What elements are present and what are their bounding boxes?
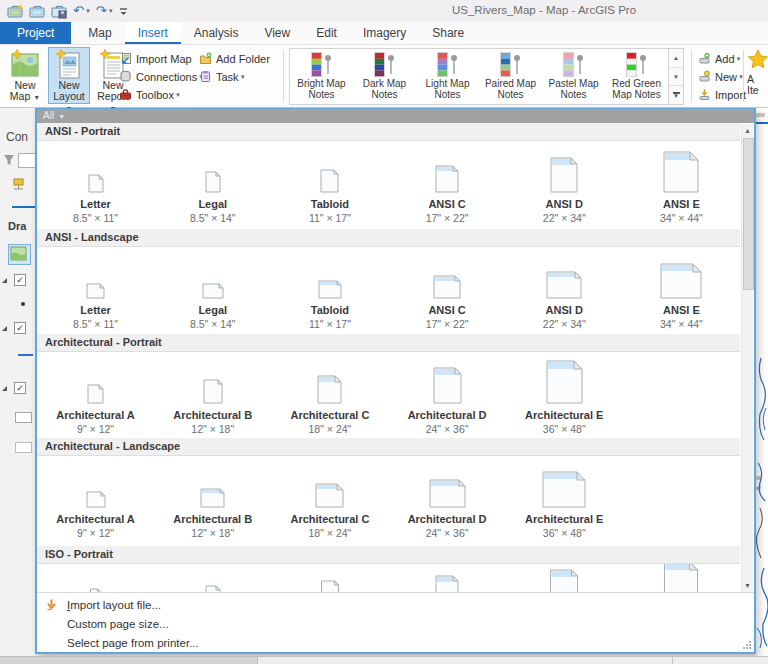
dropdown-scrollbar[interactable]: ▲ ▼ xyxy=(741,124,753,592)
dark-map-notes-icon xyxy=(373,51,397,78)
drawing-order-icon[interactable] xyxy=(12,178,26,192)
layout-template-architectural-portrait-architectural-a[interactable]: Architectural A9" × 12" xyxy=(37,356,154,438)
template-size: 36" × 48" xyxy=(543,527,586,540)
save-project-button[interactable] xyxy=(50,2,69,20)
import-button[interactable]: Import xyxy=(697,86,746,103)
menu-item-select-page-from-printer[interactable]: Select page from printer... xyxy=(37,633,754,652)
add-folder-button[interactable]: Add Folder xyxy=(198,50,270,67)
favorites-star-button[interactable]: AIte xyxy=(747,49,768,106)
gallery-filter-dropdown[interactable]: All▼ xyxy=(37,109,754,123)
template-size: 36" × 48" xyxy=(543,423,586,436)
section-header-ansi-landscape: ANSI - Landscape xyxy=(37,229,740,247)
tree-expander-icon[interactable] xyxy=(2,326,7,331)
new-button[interactable]: New▼ xyxy=(697,68,746,85)
new-map-button[interactable]: NewMap ▼ xyxy=(4,47,46,104)
scrollbar-down-arrow[interactable]: ▼ xyxy=(742,579,753,592)
contents-pane: Con Dra ✓ ✓ ✓ xyxy=(0,108,36,656)
gallery-scroll-up-button[interactable]: ▲ xyxy=(669,49,683,68)
page-icon xyxy=(433,356,462,404)
page-icon xyxy=(87,356,104,404)
red-green-map-notes-gallery-item[interactable]: Red Green Map Notes xyxy=(605,49,668,104)
layout-template-ansi-portrait-letter[interactable]: Letter8.5" × 11" xyxy=(37,145,154,229)
template-name: Tabloid xyxy=(311,304,349,317)
gallery-expand-button[interactable]: ▼ xyxy=(669,86,683,104)
layout-template-ansi-portrait-tabloid[interactable]: Tabloid11" × 17" xyxy=(271,145,388,229)
page-icon xyxy=(318,251,342,299)
quick-access-toolbar: ↶▼↷▼ xyxy=(6,2,129,20)
layer-checkbox[interactable]: ✓ xyxy=(14,322,26,334)
tab-imagery[interactable]: Imagery xyxy=(350,22,419,44)
layout-template-ansi-landscape-ansi-d[interactable]: ANSI D22" × 34" xyxy=(506,251,623,334)
tab-view[interactable]: View xyxy=(251,22,303,44)
bright-map-notes-gallery-item[interactable]: Bright Map Notes xyxy=(290,49,353,104)
layout-template-item[interactable] xyxy=(506,564,623,592)
layout-template-ansi-landscape-letter[interactable]: Letter8.5" × 11" xyxy=(37,251,154,334)
tab-insert[interactable]: Insert xyxy=(125,22,181,44)
tab-map[interactable]: Map xyxy=(75,22,124,44)
map-tree-item-selected[interactable] xyxy=(8,244,31,265)
add-button[interactable]: Add▼ xyxy=(697,50,746,67)
layout-template-architectural-landscape-architectural-b[interactable]: Architectural B12" × 18" xyxy=(154,460,271,546)
layout-template-architectural-portrait-architectural-c[interactable]: Architectural C18" × 24" xyxy=(271,356,388,438)
tab-project[interactable]: Project xyxy=(0,22,71,44)
point-symbol-swatch xyxy=(21,302,25,306)
pastel-map-notes-gallery-item[interactable]: Pastel Map Notes xyxy=(542,49,605,104)
map-view-sliver[interactable]: aw W sf xyxy=(756,108,768,656)
import-map-button[interactable]: Import Map xyxy=(118,50,204,67)
scrollbar-thumb[interactable] xyxy=(743,138,754,290)
undo-button[interactable]: ↶▼ xyxy=(72,2,92,20)
layout-template-architectural-landscape-architectural-e[interactable]: Architectural E36" × 48" xyxy=(506,460,623,546)
template-size: 18" × 24" xyxy=(309,527,352,540)
layout-template-architectural-portrait-architectural-e[interactable]: Architectural E36" × 48" xyxy=(506,356,623,438)
menu-item-custom-page-size[interactable]: Custom page size... xyxy=(37,614,754,633)
customize-quick-access-button[interactable] xyxy=(118,2,129,20)
layout-template-ansi-landscape-ansi-e[interactable]: ANSI E34" × 44" xyxy=(623,251,740,334)
tree-expander-icon[interactable] xyxy=(2,278,7,283)
page-icon xyxy=(546,251,582,299)
new-project-button[interactable] xyxy=(6,2,25,20)
gallery-scroll-down-button[interactable]: ▼ xyxy=(669,68,683,87)
layer-checkbox[interactable]: ✓ xyxy=(14,382,26,394)
layout-template-item[interactable] xyxy=(154,564,271,592)
task-button[interactable]: Task▼ xyxy=(198,68,270,85)
layout-template-architectural-landscape-architectural-d[interactable]: Architectural D24" × 36" xyxy=(388,460,505,546)
layout-template-item[interactable] xyxy=(271,564,388,592)
scrollbar-up-arrow[interactable]: ▲ xyxy=(742,124,753,137)
page-icon xyxy=(317,356,342,404)
layout-template-architectural-portrait-architectural-d[interactable]: Architectural D24" × 36" xyxy=(388,356,505,438)
layout-template-ansi-portrait-ansi-e[interactable]: ANSI E34" × 44" xyxy=(623,145,740,229)
layer-checkbox[interactable]: ✓ xyxy=(14,274,26,286)
layout-template-item[interactable] xyxy=(388,564,505,592)
layout-template-ansi-landscape-ansi-c[interactable]: ANSI C17" × 22" xyxy=(388,251,505,334)
pastel-map-notes-label: Pastel Map Notes xyxy=(544,78,604,100)
contents-search-input[interactable] xyxy=(18,153,36,168)
section-header-iso-portrait: ISO - Portrait xyxy=(37,546,740,564)
layout-template-ansi-portrait-ansi-d[interactable]: ANSI D22" × 34" xyxy=(506,145,623,229)
layout-template-architectural-landscape-architectural-a[interactable]: Architectural A9" × 12" xyxy=(37,460,154,546)
paired-map-notes-gallery-item[interactable]: Paired Map Notes xyxy=(479,49,542,104)
tab-share[interactable]: Share xyxy=(419,22,477,44)
layout-template-item[interactable] xyxy=(623,564,740,592)
tab-edit[interactable]: Edit xyxy=(303,22,350,44)
filter-icon[interactable] xyxy=(3,154,15,166)
tree-expander-icon[interactable] xyxy=(2,386,7,391)
layout-template-ansi-landscape-legal[interactable]: Legal8.5" × 14" xyxy=(154,251,271,334)
layout-template-ansi-landscape-tabloid[interactable]: Tabloid11" × 17" xyxy=(271,251,388,334)
layout-template-architectural-portrait-architectural-b[interactable]: Architectural B12" × 18" xyxy=(154,356,271,438)
layout-template-ansi-portrait-ansi-c[interactable]: ANSI C17" × 22" xyxy=(388,145,505,229)
dark-map-notes-gallery-item[interactable]: Dark Map Notes xyxy=(353,49,416,104)
connections-button[interactable]: Connections▼ xyxy=(118,68,204,85)
light-map-notes-gallery-item[interactable]: Light Map Notes xyxy=(416,49,479,104)
tab-analysis[interactable]: Analysis xyxy=(181,22,252,44)
menu-item-import-layout-file[interactable]: Import layout file... xyxy=(37,595,754,614)
dropdown-resize-grip[interactable] xyxy=(742,640,752,650)
page-icon xyxy=(88,145,104,193)
open-project-button[interactable] xyxy=(28,2,47,20)
layout-template-item[interactable] xyxy=(37,564,154,592)
template-name: Tabloid xyxy=(311,198,349,211)
layout-template-architectural-landscape-architectural-c[interactable]: Architectural C18" × 24" xyxy=(271,460,388,546)
new-layout-button[interactable]: NewLayout ▼ xyxy=(48,47,90,104)
layout-template-ansi-portrait-legal[interactable]: Legal8.5" × 14" xyxy=(154,145,271,229)
toolbox-button[interactable]: Toolbox▼ xyxy=(118,86,204,103)
redo-button[interactable]: ↷▼ xyxy=(95,2,115,20)
